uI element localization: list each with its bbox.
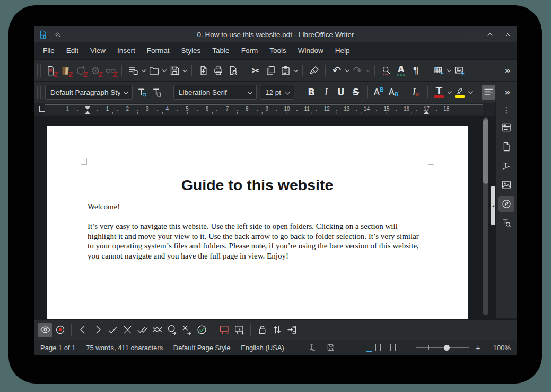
sidebar-hide-handle[interactable]: ◂	[491, 186, 495, 225]
ruler-tab-stop-mark[interactable]	[260, 111, 265, 114]
italic-button[interactable]: I	[319, 85, 333, 100]
horizontal-ruler[interactable]: 1123456789101112131415161718	[45, 104, 483, 115]
reject-change-button[interactable]	[120, 323, 134, 337]
save-status-icon[interactable]	[327, 343, 335, 352]
compare-document-button[interactable]	[270, 323, 284, 337]
book-view-button[interactable]	[390, 344, 400, 351]
vertical-scrollbar[interactable]	[483, 117, 488, 315]
ruler-tab-stop-mark[interactable]	[235, 111, 240, 114]
accept-all-changes-button[interactable]	[135, 323, 149, 337]
insert-image-button[interactable]	[452, 63, 466, 78]
menu-tools[interactable]: Tools	[264, 42, 292, 59]
first-line-indent-marker[interactable]	[85, 106, 90, 110]
ruler-tab-stop-mark[interactable]	[210, 111, 215, 114]
export-pdf-button[interactable]	[196, 63, 210, 78]
ruler-tab-stop-mark[interactable]	[310, 111, 314, 114]
spellcheck-button[interactable]: A	[394, 63, 408, 78]
zoom-slider[interactable]	[416, 344, 469, 351]
font-size-combo[interactable]: 12 pt	[260, 85, 294, 100]
open-file-button[interactable]	[147, 63, 161, 78]
save-button[interactable]	[168, 63, 181, 78]
zotero-unlink-button[interactable]: Z	[103, 63, 117, 78]
zotero-preferences-button[interactable]: ⚙Z	[89, 63, 102, 78]
document-page[interactable]: Guide to this website Welcome! It’s very…	[47, 126, 468, 319]
formatting-marks-button[interactable]: ¶	[409, 63, 423, 78]
open-file-dropdown-icon[interactable]	[162, 67, 167, 74]
accept-and-next-button[interactable]	[165, 323, 179, 337]
redo-button[interactable]: ↷	[351, 63, 364, 78]
menu-insert[interactable]: Insert	[111, 42, 141, 59]
font-name-combo[interactable]: Liberation Serif	[173, 85, 257, 100]
ruler-tab-stop-mark[interactable]	[360, 111, 364, 114]
language-status[interactable]: English (USA)	[241, 344, 284, 352]
align-left-button[interactable]	[482, 85, 495, 100]
zoom-slider-thumb[interactable]	[444, 345, 450, 351]
ruler-tab-stop-mark[interactable]	[160, 111, 165, 114]
zoom-in-button[interactable]: +	[476, 343, 480, 352]
menu-table[interactable]: Table	[206, 42, 235, 59]
page-number-status[interactable]: Page 1 of 1	[40, 344, 76, 352]
close-button[interactable]	[503, 30, 513, 39]
sidebar-settings-button[interactable]: ⋮	[503, 104, 511, 117]
copy-button[interactable]	[264, 63, 277, 78]
insert-table-button[interactable]	[432, 63, 445, 78]
titlebar[interactable]: 0. How to use this website.odt - LibreOf…	[34, 26, 517, 42]
insert-comment-button[interactable]	[217, 323, 231, 337]
minimize-button[interactable]	[467, 30, 477, 39]
chevron-down-icon[interactable]	[248, 90, 253, 95]
insert-mode-icon[interactable]	[308, 343, 316, 352]
undo-dropdown-icon[interactable]	[345, 67, 350, 74]
clone-formatting-button[interactable]	[307, 63, 321, 78]
ruler-tab-stop-mark[interactable]	[409, 111, 414, 114]
zoom-percent-label[interactable]: 100%	[493, 344, 511, 352]
sidebar-tab-page[interactable]	[498, 139, 514, 155]
highlight-color-button[interactable]	[453, 85, 467, 100]
zotero-add-bibliography-button[interactable]: Z	[59, 63, 73, 78]
ruler-tab-stop-mark[interactable]	[110, 111, 115, 114]
new-style-button[interactable]	[150, 85, 163, 100]
paste-button[interactable]	[278, 63, 292, 78]
ruler-tab-stop-mark[interactable]	[185, 111, 190, 114]
left-indent-marker[interactable]	[85, 111, 90, 114]
zotero-refresh-button[interactable]: Z	[74, 63, 88, 78]
ruler-tab-stop-mark[interactable]	[335, 111, 339, 114]
menu-edit[interactable]: Edit	[60, 42, 84, 59]
bold-button[interactable]: B	[304, 85, 318, 100]
toolbar-overflow-button[interactable]: »	[501, 85, 514, 100]
accept-all-and-stop-button[interactable]	[195, 323, 208, 337]
ruler-tab-stop-mark[interactable]	[285, 111, 290, 114]
sidebar-tab-properties[interactable]	[498, 120, 514, 136]
reject-and-next-button[interactable]	[180, 323, 194, 337]
update-style-button[interactable]	[135, 85, 148, 100]
sidebar-tab-navigator[interactable]	[498, 196, 514, 212]
menu-help[interactable]: Help	[329, 42, 356, 59]
protect-changes-button[interactable]	[255, 323, 269, 337]
print-preview-button[interactable]	[226, 63, 240, 78]
find-replace-button[interactable]	[379, 63, 393, 78]
font-color-dropdown-icon[interactable]	[448, 88, 452, 96]
print-button[interactable]	[211, 63, 225, 78]
underline-button[interactable]: U	[334, 85, 348, 100]
menu-window[interactable]: Window	[292, 42, 329, 59]
previous-change-button[interactable]	[76, 323, 90, 337]
toolbar-overflow-button[interactable]: »	[501, 63, 514, 78]
new-document-dropdown-icon[interactable]	[142, 67, 146, 74]
chevron-down-icon[interactable]	[285, 90, 291, 95]
undo-button[interactable]: ↶	[330, 63, 344, 78]
insert-track-comment-button[interactable]	[232, 323, 246, 337]
cut-button[interactable]: ✂	[249, 63, 263, 78]
zoom-out-button[interactable]: –	[406, 343, 410, 352]
strikethrough-button[interactable]: S	[349, 85, 363, 100]
toolbar-grip[interactable]	[37, 64, 41, 77]
zotero-add-citation-button[interactable]: Z	[44, 63, 58, 78]
record-changes-button[interactable]	[53, 323, 67, 337]
clear-formatting-button[interactable]: I✕	[409, 85, 423, 100]
save-dropdown-icon[interactable]	[183, 67, 188, 74]
ruler-tab-stop-mark[interactable]	[384, 111, 389, 114]
zoom-slider-track[interactable]	[416, 347, 469, 348]
paste-dropdown-icon[interactable]	[294, 67, 299, 74]
new-document-button[interactable]	[126, 63, 140, 78]
sidebar-tab-gallery[interactable]	[498, 177, 514, 193]
menu-file[interactable]: File	[37, 42, 60, 59]
maximize-button[interactable]	[485, 30, 495, 39]
